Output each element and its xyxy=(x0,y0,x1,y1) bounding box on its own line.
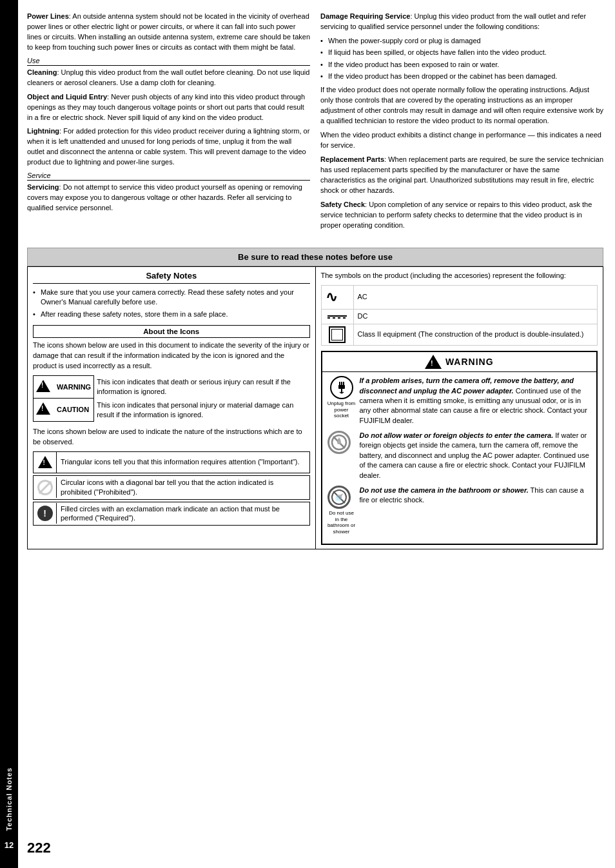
warning-big-title: WARNING xyxy=(445,357,494,367)
damage-bullet-3: • If the video product has been exposed … xyxy=(320,60,603,70)
servicing-text: : Do not attempt to service this video p… xyxy=(27,183,302,212)
ac-label: AC xyxy=(353,285,598,310)
warning-item-1: Unplug from power socket If a problem ar… xyxy=(327,376,592,426)
warning-item-2: Do not allow water or foreign objects to… xyxy=(327,431,592,480)
class2-symbol-row: Class II equipment (The construction of … xyxy=(321,324,598,345)
warning-header-triangle-icon xyxy=(425,355,442,369)
cleaning-para: Cleaning: Unplug this video product from… xyxy=(27,68,310,88)
banner-text: Be sure to read these notes before use xyxy=(238,252,393,262)
ac-wave-icon: ∿ xyxy=(326,289,337,305)
nature-triangle-icon xyxy=(34,452,57,473)
damage-para: Damage Requiring Service: Unplug this vi… xyxy=(320,12,603,32)
damage-term: Damage Requiring Service xyxy=(320,12,410,20)
damage-bullet-2: • If liquid has been spilled, or objects… xyxy=(320,48,603,57)
object-para: Object and Liquid Entry: Never push obje… xyxy=(27,92,310,123)
caution-icon-cell: CAUTION xyxy=(34,399,94,422)
safety-note-1: Make sure that you use your camera corre… xyxy=(33,288,310,308)
svg-text:🚿: 🚿 xyxy=(334,493,344,502)
unplug-label: Unplug from power socket xyxy=(327,400,356,419)
dc-lines-icon xyxy=(326,315,349,319)
nature-prohibit-row: Circular icons with a diagonal bar tell … xyxy=(33,475,310,500)
cleaning-term: Cleaning xyxy=(27,68,57,76)
warning-label: WARNING xyxy=(57,382,91,392)
warning-triangle-icon xyxy=(36,380,50,392)
about-icons-desc: The icons shown below are used in this d… xyxy=(33,340,310,371)
symbols-intro: The symbols on the product (including th… xyxy=(321,271,598,281)
servicing-para: Servicing: Do not attempt to service thi… xyxy=(27,182,310,213)
power-lines-para: Power Lines: An outside antenna system s… xyxy=(27,12,310,53)
nature-triangle-text: Triangular icons tell you that this info… xyxy=(57,455,309,469)
about-icons-title: About the Icons xyxy=(33,325,310,338)
unplug-icon xyxy=(330,376,353,399)
lightning-term: Lightning xyxy=(27,127,59,135)
right-column: Damage Requiring Service: Unplug this vi… xyxy=(320,12,603,235)
warning-item-3: 🚿 Do not use in the bathroom or shower D… xyxy=(327,486,592,535)
normal-operation-para: If the video product does not operate no… xyxy=(320,85,603,126)
safety-notes-title: Safety Notes xyxy=(33,271,310,284)
caution-triangle-icon xyxy=(36,402,50,415)
page-number: 222 xyxy=(27,840,51,856)
replacement-term: Replacement Parts xyxy=(320,155,384,163)
lightning-para: Lightning: For added protection for this… xyxy=(27,126,310,168)
nature-desc: The icons shown below are used to indica… xyxy=(33,427,310,448)
icon-severity-table: WARNING This icon indicates that death o… xyxy=(33,375,310,422)
warning-desc: This icon indicates that death or seriou… xyxy=(94,375,309,399)
side-tab: Technical Notes 12 xyxy=(0,0,18,868)
service-heading: Service xyxy=(27,172,310,181)
top-two-col: Power Lines: An outside antenna system s… xyxy=(27,12,603,235)
safety-left-panel: Safety Notes Make sure that you use your… xyxy=(28,267,316,549)
class2-icon xyxy=(329,326,346,343)
replacement-para: Replacement Parts: When replacement part… xyxy=(320,155,603,196)
performance-change-para: When the video product exhibits a distin… xyxy=(320,130,603,151)
warning-icon-cell: WARNING xyxy=(34,375,94,399)
safety-right-panel: The symbols on the product (including th… xyxy=(316,267,603,549)
nature-prohibit-icon xyxy=(34,477,57,498)
damage-bullet-4: • If the video product has been dropped … xyxy=(320,72,603,81)
servicing-term: Servicing xyxy=(27,183,59,191)
warning-icon-row: WARNING This icon indicates that death o… xyxy=(34,375,310,399)
damage-bullet-1: • When the power-supply cord or plug is … xyxy=(320,36,603,46)
warning-item-2-heading: Do not allow water or foreign objects to… xyxy=(360,431,554,439)
nature-triangle-row: Triangular icons tell you that this info… xyxy=(33,451,310,473)
nature-required-row: ! Filled circles with an exclamation mar… xyxy=(33,502,310,526)
power-lines-text: : An outside antenna system should not b… xyxy=(27,12,310,51)
warning-item-2-icon-container xyxy=(327,431,356,454)
warning-item-1-icon-container: Unplug from power socket xyxy=(327,376,356,419)
nature-prohibit-text: Circular icons with a diagonal bar tell … xyxy=(57,476,309,499)
page-number-area: 222 xyxy=(27,829,603,856)
banner: Be sure to read these notes before use xyxy=(27,248,603,266)
side-tab-label: Technical Notes xyxy=(5,767,13,831)
cleaning-text: : Unplug this video product from the wal… xyxy=(27,68,309,86)
lightning-text: : For added protection for this video pr… xyxy=(27,127,309,166)
no-water-icon xyxy=(327,431,351,454)
safety-note-2: After reading these safety notes, store … xyxy=(33,310,310,319)
warning-item-3-heading: Do not use the camera in the bathroom or… xyxy=(360,486,529,494)
damage-bullets-list: • When the power-supply cord or plug is … xyxy=(320,36,603,82)
warning-item-3-icon-container: 🚿 Do not use in the bathroom or shower xyxy=(327,486,356,535)
no-bathroom-icon: 🚿 xyxy=(327,486,351,509)
use-heading: Use xyxy=(27,57,310,66)
safety-notes-list: Make sure that you use your camera corre… xyxy=(33,288,310,320)
warning-big-header: WARNING xyxy=(322,352,597,372)
svg-rect-3 xyxy=(338,385,345,389)
caution-desc: This icon indicates that personal injury… xyxy=(94,399,309,422)
object-term: Object and Liquid Entry xyxy=(27,93,107,101)
warning-big-body: Unplug from power socket If a problem ar… xyxy=(322,372,597,544)
tab-page-number: 12 xyxy=(0,838,18,853)
main-content: Power Lines: An outside antenna system s… xyxy=(18,0,615,868)
warning-big-box: WARNING xyxy=(321,351,598,545)
dc-label: DC xyxy=(353,310,598,324)
nature-required-icon: ! xyxy=(34,503,57,524)
dc-symbol-cell xyxy=(321,310,353,324)
safety-section: Safety Notes Make sure that you use your… xyxy=(27,266,603,550)
power-lines-term: Power Lines xyxy=(27,12,69,20)
warning-item-1-text: If a problem arises, turn the camera off… xyxy=(360,376,592,426)
symbols-table: ∿ AC DC xyxy=(321,285,598,346)
dc-symbol-row: DC xyxy=(321,310,598,324)
safety-check-para: Safety Check: Upon completion of any ser… xyxy=(320,200,603,231)
nature-required-text: Filled circles with an exclamation mark … xyxy=(57,502,309,526)
left-column: Power Lines: An outside antenna system s… xyxy=(27,12,310,235)
bathroom-label: Do not use in the bathroom or shower xyxy=(327,510,356,535)
class2-label: Class II equipment (The construction of … xyxy=(353,324,598,345)
warning-item-2-text: Do not allow water or foreign objects to… xyxy=(360,431,592,480)
